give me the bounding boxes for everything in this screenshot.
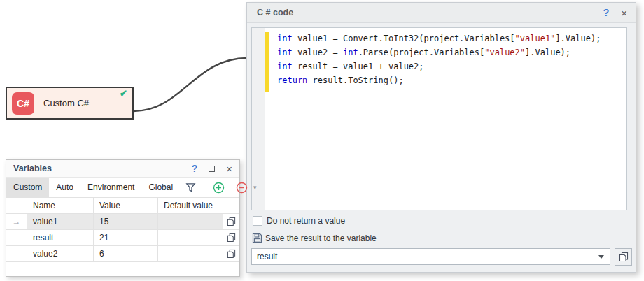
cell-value[interactable]: 6	[94, 246, 158, 261]
copy-row-button[interactable]	[223, 246, 239, 261]
copy-icon	[619, 252, 629, 262]
code-editor[interactable]: int value1 = Convert.ToInt32(project.Var…	[251, 27, 627, 210]
dialog-title: C # code	[257, 8, 293, 17]
filter-button[interactable]	[180, 178, 202, 197]
save-icon	[252, 233, 262, 243]
save-result-label: Save the result to the variable	[265, 233, 377, 243]
cell-default-value[interactable]	[158, 214, 223, 229]
row-selector: →	[6, 214, 27, 229]
variable-combobox[interactable]: result	[251, 248, 610, 265]
cell-name[interactable]: value2	[27, 246, 94, 261]
copy-icon	[227, 249, 236, 259]
row-selector	[6, 246, 27, 261]
column-header-name[interactable]: Name	[27, 198, 94, 213]
add-variable-button[interactable]	[207, 178, 230, 197]
workflow-canvas: C# Custom C# ✔ C # code ? × int value1 =…	[0, 0, 644, 281]
code-line: int value1 = Convert.ToInt32(project.Var…	[277, 31, 624, 45]
success-check-icon: ✔	[120, 88, 127, 99]
row-selector-header	[6, 198, 27, 213]
remove-variable-button[interactable]	[230, 178, 253, 197]
code-line: int result = value1 + value2;	[277, 59, 624, 73]
help-icon[interactable]: ?	[603, 7, 610, 18]
cell-name[interactable]: value1	[27, 214, 94, 229]
grid-body: →value115result21value26	[6, 214, 239, 262]
close-icon[interactable]: ×	[621, 7, 627, 19]
copy-icon	[227, 217, 236, 226]
grid-header-row: Name Value Default value	[6, 197, 239, 214]
variables-grid: Name Value Default value →value115result…	[6, 197, 239, 276]
table-row-value1[interactable]: →value115	[6, 214, 239, 230]
node-label: Custom C#	[43, 88, 89, 118]
cell-default-value[interactable]	[158, 230, 223, 245]
do-not-return-label: Do not return a value	[267, 216, 345, 226]
do-not-return-row: Do not return a value	[253, 216, 345, 226]
copy-variable-button[interactable]	[615, 248, 632, 266]
table-row-result[interactable]: result21	[6, 230, 239, 246]
save-result-row: Save the result to the variable	[252, 233, 377, 243]
maximize-icon[interactable]	[209, 166, 215, 172]
tab-custom[interactable]: Custom	[6, 178, 49, 197]
cell-default-value[interactable]	[158, 246, 223, 261]
table-row-value2[interactable]: value26	[6, 246, 239, 262]
csharp-code-dialog: C # code ? × int value1 = Convert.ToInt3…	[246, 2, 636, 273]
chevron-down-icon[interactable]	[598, 255, 604, 259]
row-selector	[6, 230, 27, 245]
tab-global[interactable]: Global	[141, 178, 180, 197]
column-header-value[interactable]: Value	[94, 198, 158, 213]
variables-title: Variables	[13, 164, 52, 173]
copy-row-button[interactable]	[223, 214, 239, 229]
copy-icon	[227, 233, 236, 243]
column-header-default[interactable]: Default value	[158, 198, 223, 213]
variables-toolbar: CustomAutoEnvironmentGlobal ▾	[6, 178, 239, 197]
cell-value[interactable]: 15	[94, 214, 158, 229]
csharp-badge-icon: C#	[12, 92, 34, 115]
plus-circle-icon	[213, 182, 225, 194]
do-not-return-checkbox[interactable]	[253, 216, 262, 226]
cell-value[interactable]: 21	[94, 230, 158, 245]
custom-csharp-node[interactable]: C# Custom C# ✔	[6, 87, 134, 120]
column-header-copy	[223, 198, 239, 213]
close-icon[interactable]: ×	[226, 163, 232, 175]
code-text[interactable]: int value1 = Convert.ToInt32(project.Var…	[277, 31, 624, 87]
toolbar-more-button[interactable]: ▾	[253, 178, 257, 197]
copy-row-button[interactable]	[223, 230, 239, 245]
tab-environment[interactable]: Environment	[80, 178, 141, 197]
variables-titlebar[interactable]: Variables ? ×	[6, 160, 239, 178]
variable-combobox-value: result	[257, 252, 598, 261]
minus-circle-icon	[236, 182, 248, 194]
cell-name[interactable]: result	[27, 230, 94, 245]
variables-tabs: CustomAutoEnvironmentGlobal	[6, 178, 180, 197]
code-line: int value2 = int.Parse(project.Variables…	[277, 45, 624, 59]
changed-lines-bar	[265, 32, 269, 92]
code-line: return result.ToString();	[277, 73, 624, 87]
dialog-titlebar[interactable]: C # code ? ×	[247, 3, 636, 23]
tab-auto[interactable]: Auto	[49, 178, 80, 197]
help-icon[interactable]: ?	[192, 163, 198, 174]
filter-icon	[186, 182, 196, 193]
variables-panel: Variables ? × CustomAutoEnvironmentGloba…	[6, 159, 240, 277]
